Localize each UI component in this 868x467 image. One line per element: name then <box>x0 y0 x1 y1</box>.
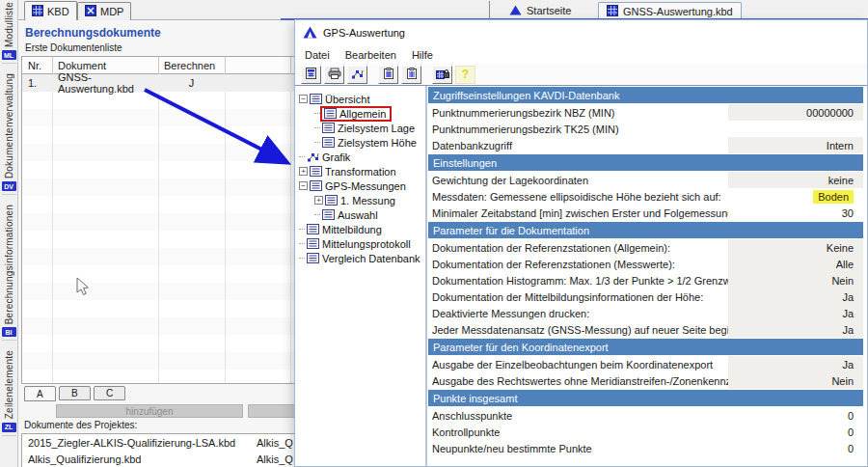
list-tab-a[interactable]: A <box>24 386 56 401</box>
tree-item-mittelbildung[interactable]: Mittelbildung <box>295 222 425 236</box>
add-document-button[interactable]: hinzufügen <box>56 404 243 418</box>
setting-label: Dokumentation Histogramm: Max. 1/3 der P… <box>427 275 728 287</box>
tree-item-allgemein[interactable]: Allgemein <box>295 106 425 121</box>
doc-icon <box>324 108 337 119</box>
graph-icon <box>351 69 364 81</box>
column-header-dokument[interactable]: Dokument <box>52 60 158 71</box>
navigation-tree: −ÜbersichtAllgemeinZielsystem LageZielsy… <box>295 86 427 466</box>
page-title: Berechnungsdokumente <box>25 26 161 40</box>
setting-label: Messdaten: Gemessene ellipsoidische Höhe… <box>427 191 728 203</box>
toolbar-export-button[interactable] <box>401 66 421 84</box>
sidebar-tab-dv[interactable]: DokumentenverwaltungDV <box>2 73 16 195</box>
tree-connector <box>299 229 305 230</box>
tree-expander-plus[interactable]: + <box>299 167 308 176</box>
list-tab-c[interactable]: C <box>94 386 125 400</box>
setting-value[interactable]: Alle <box>728 256 863 272</box>
setting-row: Kontrollpunkte0 <box>427 424 863 440</box>
setting-value[interactable]: 30 <box>728 205 863 221</box>
sidebar-tab-bi[interactable]: BerechnungsinformationenBI <box>2 205 16 341</box>
column-header-berechnen[interactable]: Berechnen <box>158 60 225 71</box>
tree-expander-minus[interactable]: − <box>299 95 308 103</box>
setting-value[interactable]: Ja <box>728 288 863 305</box>
setting-value[interactable]: 0 <box>728 424 863 440</box>
tree-item-zielsystem-lage[interactable]: Zielsystem Lage <box>295 121 425 135</box>
setting-value[interactable]: 0 <box>728 407 863 424</box>
setting-row: Jeder Messdatenansatz (GNSS-Messung) auf… <box>427 321 863 338</box>
dialog-menubar: DateiBearbeitenHilfe <box>295 45 867 64</box>
setting-value[interactable]: 00000000 <box>728 104 863 121</box>
dialog-titlebar: GPS-Auswertung <box>295 20 867 45</box>
tree-item-mittelungsprotokoll[interactable]: Mittelungsprotokoll <box>295 236 425 251</box>
setting-row: Deaktivierte Messungen drucken:Ja <box>427 305 863 321</box>
setting-value[interactable]: Ja <box>728 305 863 321</box>
tree-item-grafik[interactable]: Grafik <box>295 150 425 164</box>
setting-value[interactable] <box>728 121 863 137</box>
toolbar-print-button[interactable] <box>324 66 344 84</box>
setting-label: Dokumentation der Referenzstationen (Mes… <box>427 259 728 270</box>
setting-value[interactable]: Ja <box>728 356 863 372</box>
tree-item-auswahl[interactable]: Auswahl <box>295 207 425 222</box>
section-header: Punkte insgesamt <box>428 390 863 406</box>
tab-strip: KBDMDPStartseiteGNSS-Auswertung.kbd <box>18 0 868 20</box>
toolbar-graph-button[interactable] <box>347 66 367 84</box>
sidebar-tab-badge-icon: ML <box>2 50 16 60</box>
doc-icon <box>322 137 335 148</box>
sidebar-tab-badge-icon: BI <box>2 327 16 337</box>
setting-label: Dokumentation der Referenzstationen (All… <box>427 242 728 254</box>
page-subtitle: Erste Dokumentenliste <box>25 42 122 53</box>
menu-datei[interactable]: Datei <box>297 49 338 61</box>
tab-label: GNSS-Auswertung.kbd <box>623 6 733 17</box>
view-tab-startseite[interactable]: Startseite <box>502 2 579 19</box>
menu-hilfe[interactable]: Hilfe <box>404 49 441 61</box>
setting-label: Deaktivierte Messungen drucken: <box>427 308 728 319</box>
setting-value[interactable]: Nein <box>728 272 863 288</box>
toolbar-help-button[interactable]: ? <box>455 66 475 84</box>
sidebar-tab-zl[interactable]: ZeilenelementeZL <box>2 350 16 435</box>
kavdi-app-icon <box>303 26 317 41</box>
section-header: Parameter für die Dokumentation <box>428 222 863 238</box>
setting-value[interactable]: Boden <box>728 188 863 205</box>
doc-icon <box>307 224 319 234</box>
tab-kbd[interactable]: KBD <box>24 1 77 20</box>
toolbar-import-button[interactable] <box>378 66 398 84</box>
tree-connector <box>299 258 305 259</box>
setting-value[interactable]: keine <box>728 172 863 188</box>
setting-label: Gewichtung der Lagekoordinaten <box>427 175 728 186</box>
doc-icon <box>322 209 335 220</box>
tree-connector <box>299 243 305 244</box>
column-header-nr[interactable]: Nr. <box>22 60 52 71</box>
menu-bearbeiten[interactable]: Bearbeiten <box>338 49 404 61</box>
setting-row: Dokumentation der Mittelbildungsinformat… <box>427 288 863 305</box>
tree-expander-minus[interactable]: − <box>299 181 308 190</box>
tree-item-label: Übersicht <box>325 94 369 105</box>
doc-icon <box>310 94 322 104</box>
tree-item-übersicht[interactable]: −Übersicht <box>295 92 425 106</box>
setting-value[interactable]: Keine <box>728 239 863 256</box>
sidebar-tab-ml[interactable]: ModullisteML <box>2 2 16 64</box>
setting-label: Jeder Messdatenansatz (GNSS-Messung) auf… <box>427 324 728 336</box>
setting-row: Anschlusspunkte0 <box>427 407 863 424</box>
setting-value[interactable]: Nein <box>728 372 863 389</box>
project-doc-ref: Alkis_Q <box>257 437 293 449</box>
help-icon: ? <box>462 68 469 81</box>
toolbar-database-lock-button[interactable] <box>432 66 452 84</box>
tree-connector <box>314 214 320 215</box>
list-tab-b[interactable]: B <box>59 386 91 400</box>
tree-connector <box>314 142 320 143</box>
setting-value[interactable]: Intern <box>728 137 863 153</box>
setting-value[interactable]: Ja <box>728 321 863 338</box>
tree-expander-plus[interactable]: + <box>314 196 323 205</box>
toolbar-calculate-button[interactable] <box>301 66 321 84</box>
tab-mdp[interactable]: MDP <box>77 2 131 20</box>
sidebar-tab-label: Dokumentenverwaltung <box>4 73 14 179</box>
tree-item-label: 1. Messung <box>340 195 395 206</box>
import-icon <box>382 68 394 81</box>
setting-row: Messdaten: Gemessene ellipsoidische Höhe… <box>427 188 863 205</box>
tree-item-vergleich-datenbank[interactable]: Vergleich Datenbank <box>295 251 425 265</box>
setting-value[interactable]: 0 <box>728 440 863 456</box>
tree-item-zielsystem-höhe[interactable]: Zielsystem Höhe <box>295 135 425 150</box>
tree-item-transformation[interactable]: +Transformation <box>295 164 425 179</box>
tree-item-gps-messungen[interactable]: −GPS-Messungen <box>295 179 425 193</box>
setting-row: Dokumentation der Referenzstationen (All… <box>427 239 863 256</box>
tree-item-1-messung[interactable]: +1. Messung <box>295 193 425 207</box>
